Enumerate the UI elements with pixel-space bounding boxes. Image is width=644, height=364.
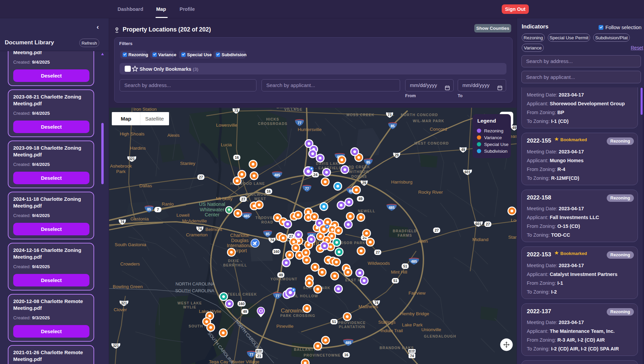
svg-text:51: 51 bbox=[393, 279, 397, 283]
svg-text:27: 27 bbox=[435, 228, 439, 232]
svg-text:Douglas: Douglas bbox=[231, 238, 248, 243]
svg-text:WYLIE: WYLIE bbox=[183, 305, 196, 309]
svg-text:Rocky River: Rocky River bbox=[418, 190, 443, 195]
svg-text:Map: Map bbox=[121, 116, 131, 122]
svg-text:McAdenville: McAdenville bbox=[182, 218, 207, 223]
svg-text:Cramerton: Cramerton bbox=[186, 232, 208, 237]
svg-text:FARMS: FARMS bbox=[398, 233, 412, 237]
svg-text:601: 601 bbox=[475, 222, 481, 226]
svg-text:Subdivision: Subdivision bbox=[484, 149, 507, 154]
svg-text:51: 51 bbox=[403, 264, 407, 268]
svg-text:Midland: Midland bbox=[472, 237, 488, 242]
svg-text:Ashebrook: Ashebrook bbox=[110, 164, 132, 169]
svg-text:27: 27 bbox=[199, 175, 203, 179]
svg-text:Mint Hill: Mint Hill bbox=[391, 270, 407, 275]
svg-text:Dallas: Dallas bbox=[139, 183, 152, 188]
svg-text:73: 73 bbox=[388, 113, 392, 117]
svg-text:BYP: BYP bbox=[256, 349, 262, 353]
svg-text:160: 160 bbox=[238, 302, 245, 306]
svg-text:PROVINCETOWNE: PROVINCETOWNE bbox=[304, 353, 340, 357]
svg-text:Lucia: Lucia bbox=[221, 142, 232, 147]
svg-text:NEWELL: NEWELL bbox=[358, 209, 375, 213]
svg-text:DIXIE -: DIXIE - bbox=[228, 259, 242, 263]
svg-text:PROVIDENCE: PROVIDENCE bbox=[338, 321, 366, 325]
svg-text:WEST: WEST bbox=[254, 197, 266, 201]
svg-text:85: 85 bbox=[391, 124, 395, 128]
svg-text:49: 49 bbox=[358, 197, 362, 201]
svg-text:485: 485 bbox=[244, 214, 250, 218]
svg-text:Special Use: Special Use bbox=[484, 142, 508, 147]
svg-text:Lake Park: Lake Park bbox=[402, 322, 423, 327]
svg-text:Hemby Bridge: Hemby Bridge bbox=[400, 311, 429, 316]
svg-text:Legend: Legend bbox=[477, 118, 496, 124]
svg-text:Lowesville: Lowesville bbox=[216, 123, 237, 128]
svg-text:DOWNS: DOWNS bbox=[351, 174, 367, 178]
svg-text:Wildwoods: Wildwoods bbox=[368, 261, 390, 266]
svg-text:NORTH CAROLINA: NORTH CAROLINA bbox=[175, 281, 215, 286]
svg-text:27: 27 bbox=[241, 197, 245, 201]
svg-text:HICKS: HICKS bbox=[266, 117, 279, 121]
svg-text:74: 74 bbox=[120, 220, 124, 224]
svg-text:SOUTH CAROLINA: SOUTH CAROLINA bbox=[175, 288, 214, 293]
svg-text:CROSSROADS: CROSSROADS bbox=[258, 122, 287, 126]
svg-text:Variance: Variance bbox=[484, 135, 502, 140]
svg-text:Mt Holly: Mt Holly bbox=[216, 196, 233, 201]
svg-text:South Gastonia: South Gastonia bbox=[115, 242, 146, 247]
svg-text:Crowders: Crowders bbox=[120, 261, 140, 266]
svg-text:STEELE CREEK: STEELE CREEK bbox=[225, 292, 257, 296]
svg-text:Rezoning: Rezoning bbox=[484, 128, 503, 133]
svg-text:16: 16 bbox=[235, 155, 239, 159]
svg-text:77: 77 bbox=[249, 352, 253, 357]
svg-text:Charlotte: Charlotte bbox=[230, 233, 250, 238]
svg-text:WIL-MAR PARK: WIL-MAR PARK bbox=[413, 119, 444, 123]
svg-text:49: 49 bbox=[279, 273, 283, 277]
svg-text:Park: Park bbox=[116, 169, 126, 174]
svg-text:601: 601 bbox=[464, 170, 471, 174]
svg-text:Loc: Loc bbox=[511, 218, 517, 223]
svg-text:MOSS CREEK: MOSS CREEK bbox=[347, 113, 375, 117]
svg-text:Stanley: Stanley bbox=[180, 161, 195, 166]
svg-text:Pineville: Pineville bbox=[276, 324, 293, 329]
svg-text:49: 49 bbox=[512, 126, 516, 130]
svg-text:BYP: BYP bbox=[409, 349, 415, 353]
svg-text:Baxter Village: Baxter Village bbox=[231, 359, 259, 364]
svg-text:International: International bbox=[227, 243, 253, 248]
svg-text:29: 29 bbox=[362, 181, 366, 185]
svg-text:27: 27 bbox=[376, 250, 380, 254]
svg-text:7: 7 bbox=[157, 208, 159, 212]
svg-text:29: 29 bbox=[395, 153, 399, 157]
svg-text:21: 21 bbox=[257, 354, 261, 358]
svg-text:73: 73 bbox=[234, 109, 238, 113]
svg-text:485: 485 bbox=[389, 206, 395, 210]
svg-text:US National: US National bbox=[199, 201, 225, 207]
svg-text:BRADFIELD: BRADFIELD bbox=[393, 229, 417, 233]
svg-text:NDSOR PARK: NDSOR PARK bbox=[338, 241, 366, 245]
svg-text:16: 16 bbox=[267, 189, 271, 193]
svg-text:74: 74 bbox=[374, 301, 378, 305]
svg-text:Tega Cay: Tega Cay bbox=[209, 359, 228, 364]
svg-text:Lowell: Lowell bbox=[176, 213, 189, 218]
svg-text:85: 85 bbox=[366, 160, 370, 164]
svg-text:77: 77 bbox=[305, 187, 309, 191]
svg-text:Fairview: Fairview bbox=[409, 291, 426, 296]
svg-text:Stanf: Stanf bbox=[508, 235, 517, 240]
svg-text:321: 321 bbox=[113, 344, 119, 348]
svg-text:27: 27 bbox=[486, 222, 490, 226]
svg-text:74: 74 bbox=[270, 238, 274, 242]
svg-text:Unionville: Unionville bbox=[421, 327, 441, 332]
svg-text:485: 485 bbox=[274, 173, 280, 177]
svg-text:Indian Trail: Indian Trail bbox=[380, 328, 403, 333]
svg-text:77: 77 bbox=[275, 294, 279, 298]
svg-text:Satellite: Satellite bbox=[145, 116, 164, 122]
svg-text:51: 51 bbox=[332, 320, 336, 324]
svg-text:BIRKDALL: BIRKDALL bbox=[276, 108, 298, 109]
svg-text:WITHROW: WITHROW bbox=[349, 170, 370, 174]
svg-text:Harrisburg: Harrisburg bbox=[391, 179, 412, 185]
svg-text:485: 485 bbox=[345, 341, 351, 345]
svg-text:ROAD: ROAD bbox=[261, 220, 273, 224]
svg-text:485: 485 bbox=[411, 259, 417, 263]
svg-text:Ranlo: Ranlo bbox=[162, 201, 173, 207]
svg-text:74: 74 bbox=[198, 227, 202, 231]
svg-text:easa: easa bbox=[510, 134, 517, 139]
svg-text:PARK CROSSING: PARK CROSSING bbox=[280, 314, 315, 318]
